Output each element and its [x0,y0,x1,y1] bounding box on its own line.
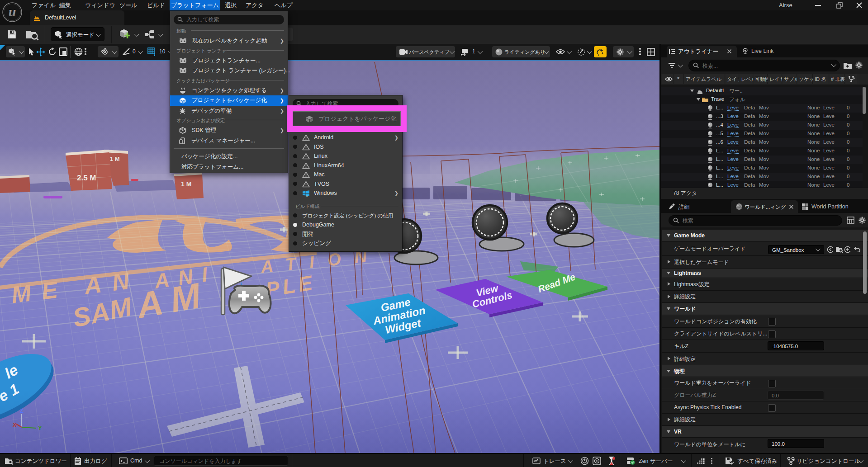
svg-text:u: u [306,194,308,197]
svg-text:u: u [9,4,16,19]
svg-text:1 M: 1 M [110,156,120,162]
svg-text:1 M: 1 M [181,180,191,188]
svg-text:2.5 M: 2.5 M [77,174,96,182]
